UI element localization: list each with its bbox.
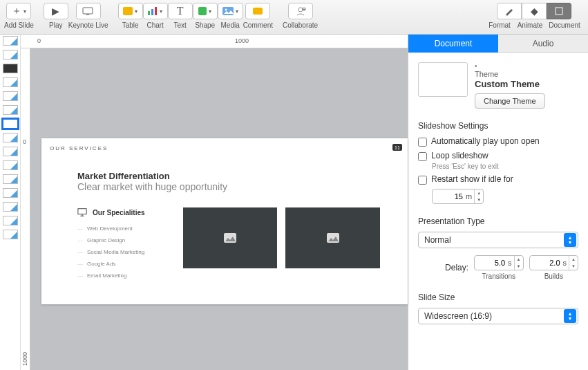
tab-audio[interactable]: Audio [498, 35, 588, 53]
ruler-vertical: 0 1000 [21, 48, 30, 370]
shape-button[interactable] [193, 3, 218, 19]
builds-label: Builds [544, 272, 563, 280]
image-placeholder[interactable] [285, 207, 380, 268]
thumb[interactable] [3, 105, 18, 115]
shape-label: Shape [195, 21, 215, 29]
thumb[interactable] [3, 188, 18, 198]
thumb[interactable] [3, 133, 18, 142]
auto-play-checkbox[interactable]: Automatically play upon open [418, 136, 578, 147]
slide-size-select[interactable]: Widescreen (16:9) ▲▼ [418, 308, 578, 324]
ruler-horizontal: 0 1000 [21, 35, 408, 48]
collaborate-label: Collaborate [283, 21, 318, 29]
svg-rect-4 [155, 7, 157, 15]
format-button[interactable] [497, 3, 522, 19]
keynote-live-label: Keynote Live [68, 21, 108, 29]
transitions-delay-stepper[interactable]: s▲▼ [474, 255, 523, 270]
slide-subtitle: Clear market with huge opportunity [77, 181, 380, 192]
add-slide-label: Add Slide [4, 21, 34, 29]
builds-delay-stepper[interactable]: s▲▼ [529, 255, 578, 270]
change-theme-button[interactable]: Change Theme [475, 93, 545, 109]
svg-rect-5 [222, 7, 234, 15]
presentation-type-header: Presentation Type [418, 216, 578, 226]
collaborate-button[interactable] [288, 3, 313, 19]
media-button[interactable] [218, 3, 243, 19]
text-button[interactable]: T [168, 3, 193, 19]
table-label: Table [122, 21, 139, 29]
svg-rect-0 [83, 8, 93, 14]
loop-hint: Press 'Esc' key to exit [432, 163, 578, 170]
comment-label: Comment [243, 21, 273, 29]
document-button[interactable] [547, 3, 571, 19]
thumb[interactable] [3, 50, 18, 59]
thumb[interactable] [3, 160, 18, 170]
speciality-item: Email Marketing [77, 270, 175, 281]
toolbar: ＋ Add Slide ▶ Play Keynote Live Table Ch… [0, 0, 588, 35]
chart-label: Chart [146, 21, 163, 29]
format-label: Format [484, 21, 515, 29]
comment-button[interactable] [245, 3, 270, 19]
canvas: 0 1000 0 1000 OUR SERVICES 11 Market Dif… [21, 35, 408, 370]
slide-eyebrow: OUR SERVICES [50, 145, 380, 151]
speciality-item: Web Development [77, 223, 175, 234]
slide-size-header: Slide Size [418, 293, 578, 302]
chart-button[interactable] [143, 3, 168, 19]
speciality-item: Google Ads [77, 258, 175, 270]
document-label: Document [545, 21, 584, 29]
thumb[interactable] [3, 202, 18, 212]
thumb[interactable] [3, 147, 18, 156]
thumb[interactable] [3, 36, 18, 46]
slide-thumbnails [0, 35, 21, 370]
thumb[interactable] [3, 216, 18, 225]
slide[interactable]: OUR SERVICES 11 Market Differentiation C… [41, 138, 408, 304]
restart-idle-checkbox[interactable]: Restart show if idle for [418, 174, 578, 185]
loop-checkbox[interactable]: Loop slideshow [418, 151, 578, 161]
animate-button[interactable]: ◆ [522, 3, 547, 19]
play-label: Play [49, 21, 62, 29]
svg-rect-3 [151, 9, 153, 15]
thumb[interactable] [3, 64, 18, 73]
play-button[interactable]: ▶ [44, 3, 68, 19]
keynote-live-button[interactable] [76, 3, 101, 19]
theme-thumbnail [418, 62, 468, 97]
text-label: Text [173, 21, 186, 29]
thumb[interactable] [3, 91, 18, 101]
svg-rect-10 [78, 209, 86, 214]
theme-name: Custom Theme [475, 79, 578, 89]
delay-label: Delay: [445, 263, 468, 272]
thumb[interactable] [3, 77, 18, 87]
media-label: Media [221, 21, 240, 29]
thumb-selected[interactable] [3, 119, 18, 129]
theme-label: Theme [475, 70, 578, 78]
animate-label: Animate [515, 21, 545, 29]
slide-number-badge: 11 [392, 144, 402, 151]
svg-rect-9 [556, 8, 562, 15]
presentation-type-select[interactable]: Normal ▲▼ [418, 232, 578, 248]
speciality-item: Social Media Marketing [77, 246, 175, 258]
svg-rect-1 [86, 15, 89, 15]
table-button[interactable] [118, 3, 143, 19]
slide-title: Market Differentiation [77, 171, 380, 181]
image-placeholder[interactable] [183, 207, 278, 268]
inspector-panel: Document Audio • Theme Custom Theme Chan… [408, 35, 588, 370]
specialities-header: Our Specialities [77, 207, 175, 217]
add-slide-button[interactable]: ＋ [6, 3, 31, 19]
idle-time-stepper[interactable]: m ▲▼ [432, 189, 484, 204]
slideshow-settings-header: Slideshow Settings [418, 121, 578, 131]
tab-document[interactable]: Document [408, 35, 498, 53]
transitions-label: Transitions [482, 272, 516, 280]
thumb[interactable] [3, 230, 18, 239]
speciality-item: Graphic Design [77, 234, 175, 246]
svg-rect-2 [148, 11, 150, 15]
svg-point-7 [298, 8, 303, 12]
svg-point-6 [225, 9, 227, 11]
thumb[interactable] [3, 174, 18, 184]
